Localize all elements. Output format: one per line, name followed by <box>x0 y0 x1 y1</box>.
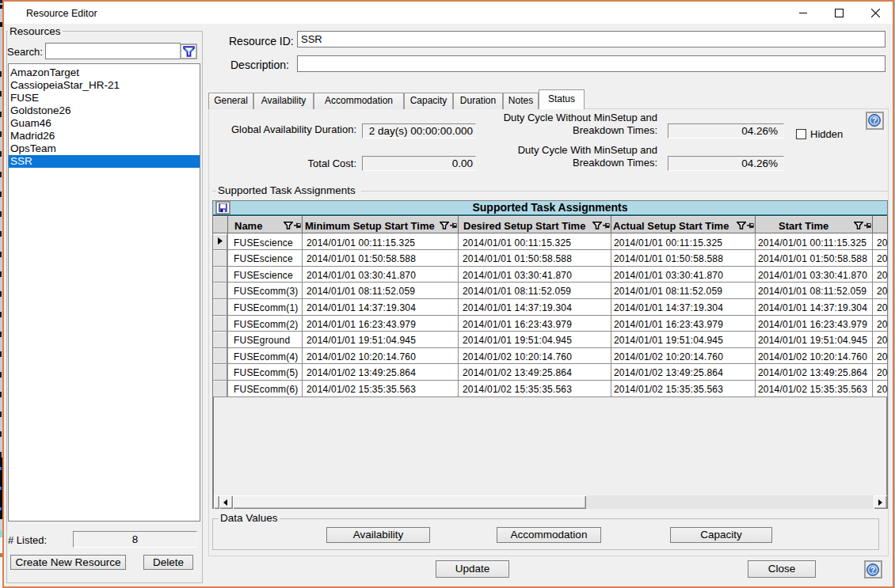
svg-text:?: ? <box>870 566 875 575</box>
svg-text:?: ? <box>872 116 877 125</box>
